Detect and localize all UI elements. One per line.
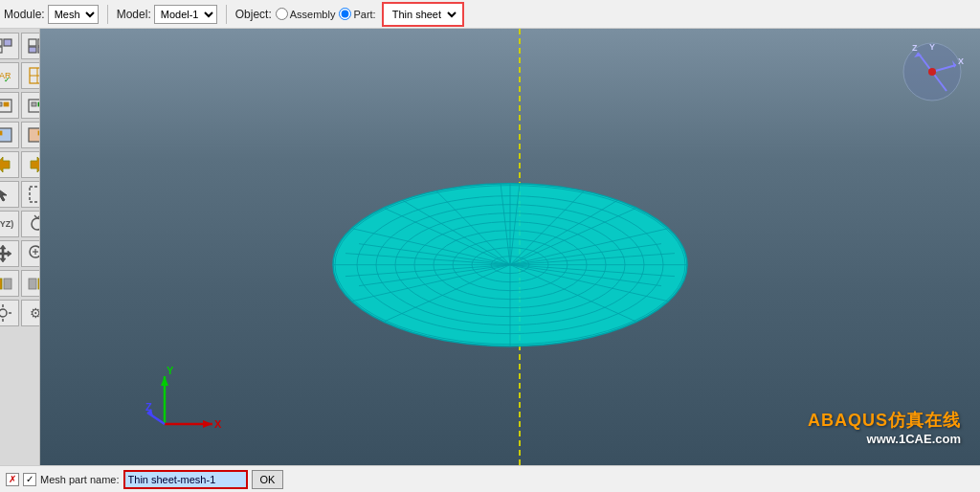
- svg-rect-1: [4, 39, 11, 46]
- svg-marker-29: [0, 245, 11, 262]
- part-select[interactable]: Thin sheet: [387, 5, 459, 24]
- svg-rect-36: [29, 279, 36, 289]
- svg-rect-14: [4, 102, 9, 106]
- svg-rect-3: [29, 39, 36, 46]
- tool-rotate[interactable]: [21, 211, 41, 237]
- tool-row-2: SAR✓: [0, 62, 40, 89]
- svg-rect-19: [0, 131, 2, 135]
- watermark-abaqus: ABAQUS仿真在线: [808, 409, 961, 432]
- tool-controls1[interactable]: [0, 122, 19, 148]
- tool-seed-edge[interactable]: [0, 33, 19, 59]
- svg-point-88: [928, 68, 936, 76]
- tool-arrows2[interactable]: [21, 151, 41, 178]
- tool-extra[interactable]: ⚙: [21, 300, 41, 326]
- tool-select-region[interactable]: [21, 181, 41, 208]
- coord-axes: Y X Z: [145, 367, 222, 436]
- svg-text:Y: Y: [167, 367, 174, 376]
- viewport[interactable]: Z X Y Y X Z: [40, 29, 980, 465]
- svg-marker-24: [0, 188, 7, 201]
- svg-rect-35: [4, 279, 11, 289]
- tool-cursor[interactable]: [0, 181, 19, 208]
- tool-row-xyz: (XYZ): [0, 211, 40, 237]
- svg-rect-34: [0, 279, 2, 289]
- left-toolbar: SAR✓: [0, 29, 40, 465]
- svg-text:Z: Z: [912, 43, 918, 53]
- module-label: Module:: [4, 8, 45, 21]
- tool-zoom[interactable]: [21, 240, 41, 267]
- part-select-group: Thin sheet: [382, 2, 464, 27]
- svg-rect-5: [29, 47, 36, 53]
- tool-assign-mesh[interactable]: SAR✓: [0, 62, 19, 89]
- svg-marker-93: [161, 376, 168, 386]
- svg-text:⚙: ⚙: [30, 305, 41, 321]
- tool-row-6: [0, 181, 40, 208]
- model-label: Model:: [117, 8, 151, 21]
- svg-rect-13: [0, 102, 2, 106]
- tool-controls2[interactable]: [21, 122, 41, 148]
- svg-text:Z: Z: [145, 401, 152, 413]
- sep2: [226, 5, 227, 24]
- tool-row-7: [0, 240, 40, 267]
- mesh-part-label: Mesh part name:: [40, 474, 120, 485]
- svg-rect-16: [32, 102, 36, 106]
- tool-settings[interactable]: [0, 300, 19, 326]
- ok-button[interactable]: OK: [252, 470, 284, 489]
- main-area: SAR✓: [0, 29, 980, 465]
- model-select[interactable]: Model-1: [154, 5, 217, 24]
- object-label: Object:: [235, 8, 272, 21]
- svg-rect-2: [0, 47, 2, 53]
- svg-rect-25: [30, 187, 41, 202]
- module-select[interactable]: Mesh: [48, 5, 99, 24]
- status-check-icon: ✓: [23, 473, 36, 486]
- status-x-icon: ✗: [6, 473, 19, 486]
- tool-seed-part[interactable]: [21, 33, 41, 59]
- mesh-disk: [328, 160, 692, 354]
- svg-text:X: X: [958, 56, 964, 66]
- tool-display2[interactable]: [21, 270, 41, 297]
- tool-row-5: [0, 151, 40, 178]
- tool-row-4: [0, 122, 40, 148]
- svg-point-38: [0, 309, 7, 317]
- top-toolbar: Module: Mesh Model: Model-1 Object: Asse…: [0, 0, 980, 29]
- part-radio-label[interactable]: Part:: [339, 8, 375, 20]
- svg-marker-95: [203, 420, 212, 428]
- assembly-radio-label[interactable]: Assembly: [276, 8, 336, 20]
- tool-pan[interactable]: [0, 240, 19, 267]
- assembly-radio[interactable]: [276, 8, 288, 20]
- svg-text:X: X: [214, 418, 222, 430]
- part-radio[interactable]: [339, 8, 351, 20]
- model-group: Model: Model-1: [117, 5, 217, 24]
- axis-orientation-widget: Z X Y: [899, 38, 966, 105]
- tool-row-1: [0, 33, 40, 59]
- sep1: [107, 5, 108, 24]
- tool-mesh-region[interactable]: [21, 62, 41, 89]
- object-group: Object: Assembly Part:: [235, 8, 376, 21]
- svg-text:Y: Y: [929, 42, 935, 52]
- watermark-site: www.1CAE.com: [867, 432, 961, 446]
- mesh-part-input[interactable]: [123, 470, 248, 489]
- tool-row-8: [0, 270, 40, 297]
- svg-marker-22: [0, 157, 10, 172]
- tool-xyz-label: (XYZ): [0, 211, 19, 237]
- svg-marker-23: [31, 157, 41, 172]
- tool-verify-mesh[interactable]: [21, 92, 41, 119]
- svg-text:✓: ✓: [4, 76, 11, 84]
- tool-assign-element[interactable]: [0, 92, 19, 119]
- module-group: Module: Mesh: [4, 5, 99, 24]
- tool-row-9: ⚙: [0, 300, 40, 326]
- tool-arrows1[interactable]: [0, 151, 19, 178]
- svg-rect-0: [0, 39, 2, 46]
- tool-display1[interactable]: [0, 270, 19, 297]
- bottom-bar: ✗ ✓ Mesh part name: OK: [0, 465, 980, 492]
- svg-point-26: [32, 218, 41, 230]
- watermark: ABAQUS仿真在线 www.1CAE.com: [808, 409, 961, 446]
- tool-row-3: [0, 92, 40, 119]
